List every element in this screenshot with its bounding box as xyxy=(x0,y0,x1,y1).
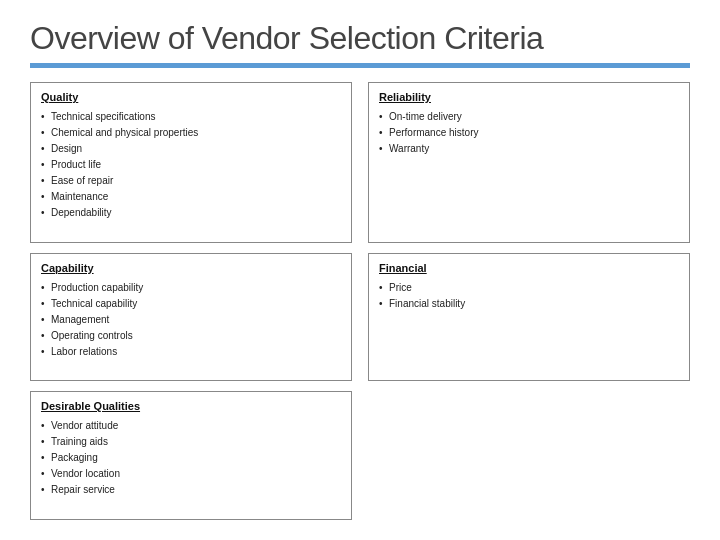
card-list-capability: Production capabilityTechnical capabilit… xyxy=(41,280,341,360)
list-item: Labor relations xyxy=(41,344,341,360)
list-item: Price xyxy=(379,280,679,296)
list-item: Product life xyxy=(41,157,341,173)
list-item: Technical specifications xyxy=(41,109,341,125)
list-item: Vendor attitude xyxy=(41,418,341,434)
list-item: Maintenance xyxy=(41,189,341,205)
card-list-desirable: Vendor attitudeTraining aidsPackagingVen… xyxy=(41,418,341,498)
card-capability: CapabilityProduction capabilityTechnical… xyxy=(30,253,352,382)
list-item: Packaging xyxy=(41,450,341,466)
card-quality: QualityTechnical specificationsChemical … xyxy=(30,82,352,243)
cards-grid: QualityTechnical specificationsChemical … xyxy=(30,82,690,520)
card-list-reliability: On-time deliveryPerformance historyWarra… xyxy=(379,109,679,157)
card-title-financial: Financial xyxy=(379,262,679,274)
list-item: Design xyxy=(41,141,341,157)
card-list-financial: PriceFinancial stability xyxy=(379,280,679,312)
list-item: Technical capability xyxy=(41,296,341,312)
list-item: Production capability xyxy=(41,280,341,296)
card-title-capability: Capability xyxy=(41,262,341,274)
card-title-quality: Quality xyxy=(41,91,341,103)
card-financial: FinancialPriceFinancial stability xyxy=(368,253,690,382)
list-item: Financial stability xyxy=(379,296,679,312)
page-title: Overview of Vendor Selection Criteria xyxy=(30,20,690,57)
page: Overview of Vendor Selection Criteria Qu… xyxy=(0,0,720,540)
list-item: Dependability xyxy=(41,205,341,221)
list-item: Operating controls xyxy=(41,328,341,344)
accent-bar xyxy=(30,63,690,68)
card-reliability: ReliabilityOn-time deliveryPerformance h… xyxy=(368,82,690,243)
list-item: Training aids xyxy=(41,434,341,450)
card-desirable: Desirable QualitiesVendor attitudeTraini… xyxy=(30,391,352,520)
list-item: Vendor location xyxy=(41,466,341,482)
list-item: Repair service xyxy=(41,482,341,498)
card-list-quality: Technical specificationsChemical and phy… xyxy=(41,109,341,221)
list-item: Performance history xyxy=(379,125,679,141)
card-title-reliability: Reliability xyxy=(379,91,679,103)
list-item: Management xyxy=(41,312,341,328)
list-item: Warranty xyxy=(379,141,679,157)
list-item: Ease of repair xyxy=(41,173,341,189)
list-item: Chemical and physical properties xyxy=(41,125,341,141)
list-item: On-time delivery xyxy=(379,109,679,125)
card-title-desirable: Desirable Qualities xyxy=(41,400,341,412)
